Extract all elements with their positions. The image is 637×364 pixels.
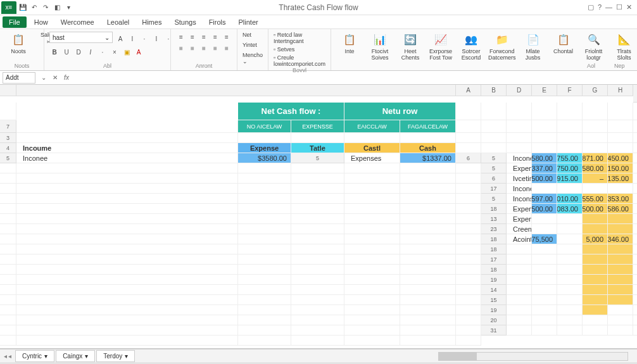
cell[interactable]	[633, 194, 637, 204]
cell[interactable]	[557, 315, 583, 325]
row-header[interactable]: 6	[456, 153, 481, 163]
data-cell[interactable]	[608, 214, 633, 224]
row-header[interactable]: 17	[481, 254, 507, 265]
row-header[interactable]: 18	[481, 234, 507, 244]
qat-btn-icon[interactable]: ▾	[63, 3, 73, 13]
cell[interactable]	[557, 254, 583, 265]
cell[interactable]	[532, 305, 557, 315]
sheet-tab[interactable]: Cyntric▾	[15, 350, 54, 362]
data-cell[interactable]: $150.00	[608, 163, 633, 173]
qat-undo-icon[interactable]: ↶	[29, 3, 39, 13]
cell[interactable]	[238, 325, 291, 336]
cell[interactable]	[291, 265, 344, 275]
cell[interactable]	[608, 295, 633, 305]
cell[interactable]	[456, 285, 481, 295]
cell[interactable]	[16, 254, 238, 265]
cell[interactable]	[238, 133, 291, 143]
cell[interactable]	[456, 244, 481, 254]
cell[interactable]	[344, 265, 400, 275]
cell[interactable]	[0, 275, 16, 285]
row-header[interactable]: 18	[481, 265, 507, 275]
cell[interactable]	[0, 265, 16, 275]
cell[interactable]	[400, 244, 456, 254]
cell[interactable]	[456, 133, 481, 143]
cell[interactable]	[16, 285, 238, 295]
cell[interactable]	[507, 295, 532, 305]
cell[interactable]	[456, 295, 481, 305]
row-header[interactable]: 14	[481, 285, 507, 295]
cell[interactable]	[0, 295, 16, 305]
data-cell[interactable]: $5010.00	[557, 194, 583, 204]
cell[interactable]	[583, 143, 608, 153]
align-icon[interactable]: ≡	[176, 32, 186, 42]
menu-item[interactable]: Wercomee	[56, 16, 99, 28]
data-cell[interactable]: –	[583, 173, 608, 184]
cell[interactable]	[238, 315, 291, 325]
cell[interactable]	[16, 336, 238, 346]
cell[interactable]	[16, 173, 238, 184]
cell[interactable]	[456, 184, 481, 194]
cell[interactable]	[0, 285, 16, 295]
align-icon[interactable]: ≡	[187, 32, 198, 42]
cell[interactable]	[238, 254, 291, 265]
cell[interactable]	[291, 336, 344, 346]
font-size-up-icon[interactable]: A	[115, 34, 125, 44]
italic-icon[interactable]: I	[85, 47, 96, 57]
cell[interactable]	[507, 244, 532, 254]
cell[interactable]	[0, 224, 16, 234]
cell[interactable]	[608, 305, 633, 315]
paste-button[interactable]: 📋Noots	[5, 32, 32, 54]
cell[interactable]	[481, 103, 507, 120]
data-cell[interactable]	[532, 214, 557, 224]
number-format-select[interactable]: Mencho ⌄	[243, 52, 263, 65]
cell[interactable]	[507, 275, 532, 285]
data-cell[interactable]: $580.00	[583, 163, 608, 173]
cell[interactable]	[400, 163, 456, 173]
ribbon-button[interactable]: 📁Forwcond Datcemers	[488, 32, 516, 61]
app-icon[interactable]: x≡	[1, 1, 16, 14]
bold-icon[interactable]: B	[49, 47, 60, 57]
cell[interactable]	[0, 305, 16, 315]
cell[interactable]	[507, 254, 532, 265]
cell[interactable]	[608, 254, 633, 265]
align-icon[interactable]: ≡	[210, 32, 220, 42]
hscroll[interactable]	[438, 352, 628, 361]
cell[interactable]	[608, 120, 633, 133]
file-menu[interactable]: File	[3, 16, 27, 28]
cell[interactable]	[291, 234, 344, 244]
formula-input[interactable]	[75, 72, 637, 84]
row-header[interactable]: 15	[481, 295, 507, 305]
cell[interactable]	[507, 285, 532, 295]
column-header[interactable]: D	[507, 85, 532, 96]
cell[interactable]	[238, 305, 291, 315]
data-cell[interactable]: $1750.00	[557, 163, 583, 173]
cell[interactable]	[16, 224, 238, 234]
cell[interactable]	[608, 133, 633, 143]
cell[interactable]	[344, 194, 400, 204]
cell[interactable]	[532, 265, 557, 275]
data-cell[interactable]	[532, 224, 557, 234]
cell[interactable]	[344, 336, 400, 346]
cell[interactable]	[291, 204, 344, 214]
cell[interactable]	[16, 133, 238, 143]
cell[interactable]	[532, 120, 557, 133]
cell[interactable]	[608, 143, 633, 153]
cell[interactable]	[456, 173, 481, 184]
cell[interactable]	[238, 336, 291, 346]
cell[interactable]	[608, 275, 633, 285]
cell[interactable]	[238, 244, 291, 254]
column-header[interactable]: F	[557, 85, 583, 96]
cell[interactable]	[608, 265, 633, 275]
cell[interactable]	[583, 244, 608, 254]
cell[interactable]	[557, 133, 583, 143]
cell[interactable]	[400, 184, 456, 194]
ribbon-button[interactable]: 🔍Friolntt lootgr	[581, 32, 607, 61]
row-header[interactable]: 6	[481, 173, 507, 184]
cell[interactable]	[532, 325, 557, 336]
align-icon[interactable]: ≡	[210, 43, 220, 53]
cell[interactable]	[633, 103, 637, 120]
cell[interactable]	[344, 295, 400, 305]
cell[interactable]	[16, 163, 238, 173]
cell[interactable]	[238, 184, 291, 194]
cell[interactable]	[557, 103, 583, 120]
